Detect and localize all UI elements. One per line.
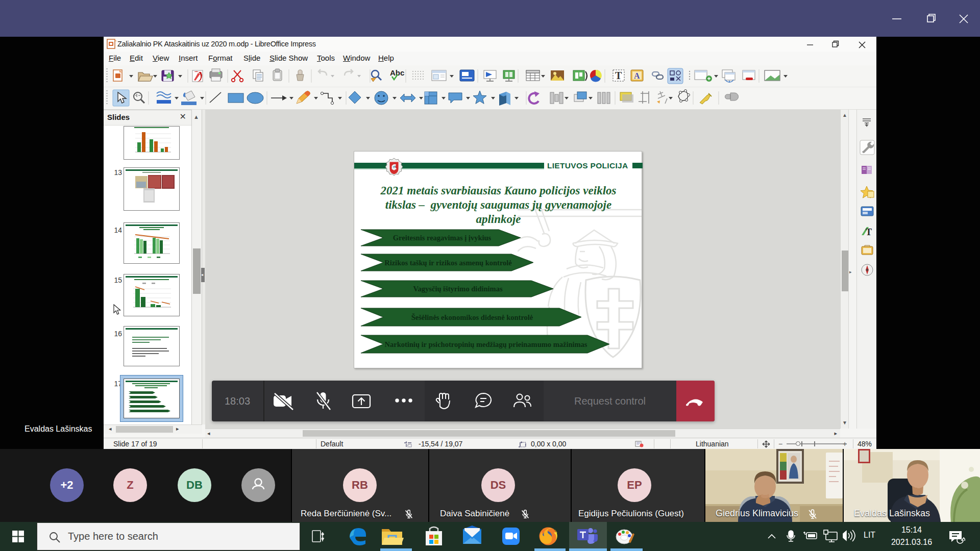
svg-text:T: T (866, 227, 872, 237)
svg-text:Narkotinių ir psichotropinių m: Narkotinių ir psichotropinių medžiagų pr… (384, 340, 587, 348)
svg-text:Greitesnis reagavimas į įvykiu: Greitesnis reagavimas į įvykius (393, 234, 492, 242)
svg-text:Šešėlinės ekonomikos didesnė k: Šešėlinės ekonomikos didesnė kontrolė (411, 313, 533, 321)
svg-text:A: A (634, 71, 640, 80)
svg-text:Vagysčių ištyrimo didinimas: Vagysčių ištyrimo didinimas (413, 285, 502, 293)
svg-text:T: T (615, 70, 622, 81)
svg-text:Rizikos taškų ir rizikos asmen: Rizikos taškų ir rizikos asmenų kontrolė (384, 259, 512, 267)
